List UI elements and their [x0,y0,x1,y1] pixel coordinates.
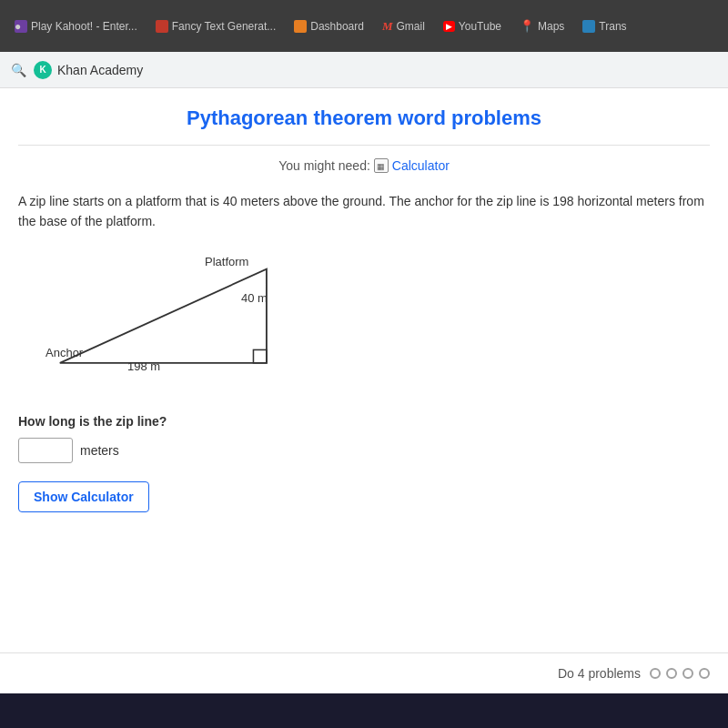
dark-bottom-area [0,693,728,728]
question-label: How long is the zip line? [18,414,710,429]
tab-maps[interactable]: 📍 Maps [512,15,571,36]
anchor-label: Anchor [46,346,83,359]
progress-dot-3 [682,668,693,679]
answer-input[interactable] [18,438,73,463]
height-label: 40 m [241,291,268,305]
problem-text: A zip line starts on a platform that is … [18,191,710,232]
calculator-icon: ▦ [374,158,389,173]
tab-dashboard-label: Dashboard [310,20,364,33]
progress-dot-2 [666,668,677,679]
unit-label: meters [80,443,119,458]
you-might-need: You might need: ▦ Calculator [18,158,710,173]
tab-fancy[interactable]: Fancy Text Generat... [148,16,284,36]
bottom-bar: Do 4 problems [0,652,728,693]
show-calculator-button[interactable]: Show Calculator [18,481,149,512]
platform-label: Platform [205,255,248,268]
diagram-container: Platform 40 m Anchor 198 m [36,250,328,396]
dashboard-icon [294,20,307,33]
trans-icon [582,20,595,33]
tab-fancy-label: Fancy Text Generat... [172,20,277,33]
do-problems-label: Do 4 problems [558,666,641,681]
gmail-icon: M [382,19,393,34]
answer-row: meters [18,438,710,463]
address-bar: 🔍 K Khan Academy [0,52,728,88]
you-might-need-text: You might need: [278,158,370,173]
tab-dashboard[interactable]: Dashboard [287,16,371,36]
youtube-icon: ▶ [443,21,455,32]
tab-trans[interactable]: Trans [575,16,633,36]
tab-maps-label: Maps [538,20,564,33]
site-name: Khan Academy [57,63,143,77]
tab-gmail-label: Gmail [397,20,425,33]
progress-dots [650,668,710,679]
title-divider [18,145,710,146]
main-content: Pythagorean theorem word problems You mi… [0,88,728,652]
svg-marker-0 [60,268,267,362]
maps-icon: 📍 [520,19,534,33]
progress-dot-1 [650,668,661,679]
progress-dot-4 [699,668,710,679]
tab-youtube[interactable]: ▶ YouTube [436,16,509,36]
tab-gmail[interactable]: M Gmail [375,15,432,37]
fancy-icon [156,20,168,33]
tab-trans-label: Trans [599,20,626,33]
khan-logo: K [34,61,52,79]
browser-tab-bar: ● Play Kahoot! - Enter... Fancy Text Gen… [0,0,728,52]
kahoot-icon: ● [15,20,27,33]
site-address: K Khan Academy [34,61,143,79]
search-icon: 🔍 [11,63,26,77]
calculator-link[interactable]: Calculator [392,158,450,173]
tab-youtube-label: YouTube [459,20,501,33]
page-title: Pythagorean theorem word problems [18,106,710,130]
tab-kahoot-label: Play Kahoot! - Enter... [31,20,137,33]
base-label: 198 m [127,359,160,373]
svg-rect-1 [253,349,266,362]
tab-kahoot[interactable]: ● Play Kahoot! - Enter... [7,16,145,36]
triangle-diagram [36,250,328,396]
